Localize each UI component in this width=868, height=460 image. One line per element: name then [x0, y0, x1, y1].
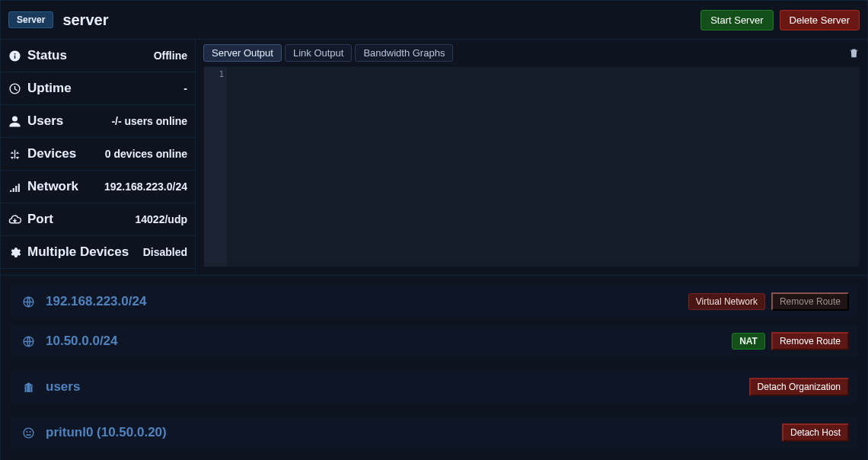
- organization-name: users: [46, 379, 80, 395]
- console: 1: [203, 66, 860, 267]
- host-icon: [22, 426, 35, 439]
- sidebar-row-status: Status Offline: [1, 40, 195, 72]
- route-cidr: 10.50.0.0/24: [46, 334, 118, 349]
- organization-icon: [22, 381, 35, 394]
- sidebar-label-port: Port: [27, 212, 53, 227]
- body-row: Status Offline Uptime - Users -/- users …: [1, 40, 867, 275]
- cloud-icon: [8, 213, 21, 226]
- sidebar-value-uptime: -: [183, 82, 187, 94]
- console-gutter: 1: [204, 67, 227, 267]
- server-chip: Server: [8, 11, 53, 28]
- sidebar-value-devices: 0 devices online: [105, 148, 187, 160]
- tab-bandwidth-graphs[interactable]: Bandwidth Graphs: [355, 44, 453, 62]
- svg-point-4: [29, 430, 30, 432]
- sidebar-value-multiple-devices: Disabled: [143, 246, 187, 258]
- start-server-button[interactable]: Start Server: [700, 10, 773, 30]
- signal-icon: [8, 180, 21, 193]
- sidebar-label-users: Users: [27, 113, 63, 129]
- server-title: server: [62, 11, 108, 29]
- sidebar-label-multiple-devices: Multiple Devices: [27, 244, 129, 260]
- devices-icon: [8, 148, 21, 161]
- sidebar-row-uptime: Uptime -: [1, 72, 195, 105]
- sidebar-row-devices: Devices 0 devices online: [1, 138, 195, 171]
- nat-badge: NAT: [732, 333, 765, 350]
- virtual-network-badge: Virtual Network: [688, 293, 765, 310]
- sidebar-value-users: -/- users online: [111, 115, 187, 127]
- route-cidr: 192.168.223.0/24: [46, 294, 146, 309]
- tabs-row: Server Output Link Output Bandwidth Grap…: [203, 44, 860, 62]
- tab-server-output[interactable]: Server Output: [203, 44, 282, 62]
- sidebar-label-status: Status: [27, 48, 67, 63]
- globe-icon: [22, 335, 35, 348]
- sidebar-row-port: Port 14022/udp: [1, 203, 195, 236]
- sidebar-row-multiple-devices: Multiple Devices Disabled: [1, 236, 195, 269]
- sidebar-label-uptime: Uptime: [27, 81, 72, 96]
- sidebar-label-network: Network: [27, 179, 78, 194]
- tabs: Server Output Link Output Bandwidth Grap…: [203, 44, 453, 62]
- sidebar-value-network: 192.168.223.0/24: [104, 180, 187, 193]
- list-rows: 192.168.223.0/24 Virtual Network Remove …: [1, 275, 867, 460]
- detach-organization-button[interactable]: Detach Organization: [749, 378, 849, 396]
- main-panel: Server Output Link Output Bandwidth Grap…: [196, 40, 867, 275]
- server-header: Server server Start Server Delete Server: [1, 1, 867, 40]
- clock-icon: [8, 82, 21, 95]
- globe-icon: [22, 295, 35, 308]
- clear-output-icon[interactable]: [848, 47, 860, 59]
- detach-host-button[interactable]: Detach Host: [782, 423, 849, 442]
- info-icon: [8, 50, 21, 62]
- sidebar: Status Offline Uptime - Users -/- users …: [1, 40, 196, 275]
- user-icon: [8, 115, 21, 128]
- header-left: Server server: [8, 11, 108, 29]
- console-line-number: 1: [204, 69, 224, 79]
- host-name: pritunl0 (10.50.0.20): [46, 425, 167, 440]
- sidebar-row-network: Network 192.168.223.0/24: [1, 171, 195, 203]
- route-row: 10.50.0.0/24 NAT Remove Route: [11, 324, 857, 358]
- sidebar-row-users: Users -/- users online: [1, 105, 195, 138]
- tab-link-output[interactable]: Link Output: [285, 44, 353, 62]
- delete-server-button[interactable]: Delete Server: [780, 10, 860, 30]
- remove-route-button: Remove Route: [771, 292, 849, 311]
- svg-point-2: [24, 428, 34, 438]
- header-right: Start Server Delete Server: [700, 10, 860, 30]
- host-row: pritunl0 (10.50.0.20) Detach Host: [11, 416, 857, 449]
- console-body[interactable]: [227, 67, 859, 267]
- sidebar-value-status: Offline: [154, 50, 187, 62]
- sidebar-value-port: 14022/udp: [136, 213, 187, 225]
- gear-icon: [8, 246, 21, 259]
- sidebar-label-devices: Devices: [27, 146, 76, 161]
- svg-point-3: [26, 430, 27, 432]
- route-row: 192.168.223.0/24 Virtual Network Remove …: [11, 285, 857, 318]
- remove-route-button[interactable]: Remove Route: [771, 332, 849, 350]
- organization-row: users Detach Organization: [11, 370, 857, 404]
